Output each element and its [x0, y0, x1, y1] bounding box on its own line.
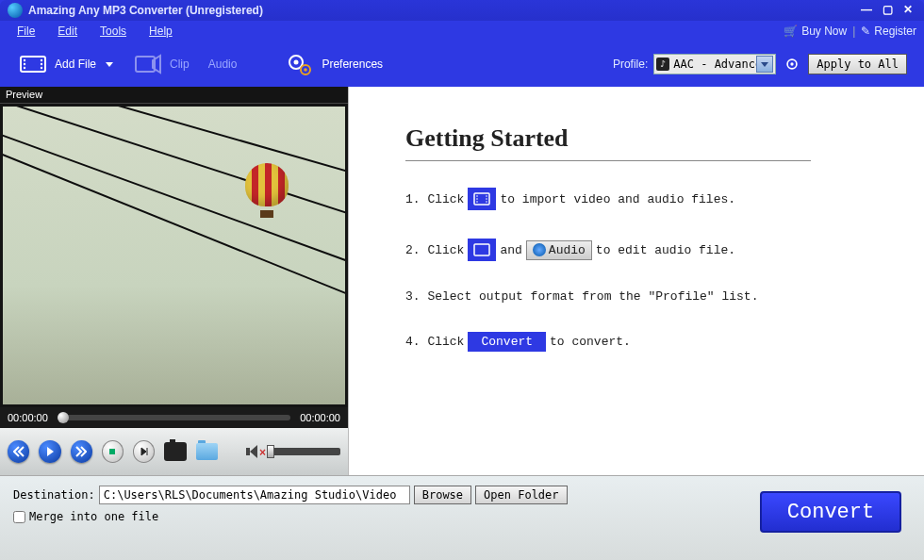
step1-text-b: to import video and audio files.: [500, 192, 735, 206]
scissors-icon: [132, 51, 164, 77]
chevron-down-icon: [106, 62, 113, 67]
play-button[interactable]: [39, 440, 60, 463]
convert-button[interactable]: Convert: [760, 491, 901, 533]
svg-point-1: [24, 59, 25, 61]
svg-point-2: [24, 63, 25, 65]
svg-rect-14: [109, 449, 115, 454]
titlebar: Amazing Any MP3 Converter (Unregistered)…: [0, 0, 924, 21]
profile-value: AAC - Advanced: [673, 58, 756, 71]
gear-icon: [284, 51, 316, 77]
register-link[interactable]: ✎ Register: [861, 25, 916, 38]
film-icon: [17, 51, 49, 77]
divider: [405, 160, 811, 161]
clip-button: Clip: [132, 51, 190, 77]
prev-button[interactable]: [8, 440, 29, 463]
volume-slider[interactable]: [267, 448, 340, 455]
snapshot-button[interactable]: [164, 442, 186, 461]
profile-label: Profile:: [613, 58, 648, 71]
preview-image: [3, 107, 345, 404]
mute-icon[interactable]: ×: [246, 444, 261, 459]
audio-chip: Audio: [526, 240, 592, 260]
audio-icon: [533, 243, 546, 256]
svg-point-4: [41, 59, 42, 61]
register-label: Register: [874, 25, 916, 38]
step-4: 4. Click Convert to convert.: [405, 332, 877, 352]
next-button[interactable]: [71, 440, 92, 463]
svg-point-20: [487, 198, 488, 200]
buy-now-link[interactable]: 🛒 Buy Now: [784, 25, 847, 38]
merge-checkbox-row[interactable]: Merge into one file: [13, 510, 568, 523]
close-button[interactable]: ✕: [899, 4, 916, 17]
content-area: Preview 00:00:00 00:00:00: [0, 87, 924, 475]
preview-panel: Preview 00:00:00 00:00:00: [0, 87, 349, 475]
volume-control: ×: [246, 444, 340, 459]
window-title: Amazing Any MP3 Converter (Unregistered): [28, 4, 854, 17]
destination-input[interactable]: [99, 486, 410, 504]
svg-point-11: [305, 68, 308, 72]
svg-rect-22: [474, 244, 489, 255]
app-window: Amazing Any MP3 Converter (Unregistered)…: [0, 0, 924, 560]
svg-point-3: [24, 67, 25, 69]
step-button[interactable]: [133, 440, 155, 463]
apply-to-all-button[interactable]: Apply to All: [808, 54, 907, 74]
step1-text-a: 1. Click: [405, 192, 464, 206]
browse-button[interactable]: Browse: [414, 486, 471, 504]
menubar: File Edit Tools Help 🛒 Buy Now | ✎ Regis…: [0, 21, 924, 41]
svg-point-9: [294, 60, 299, 65]
film-icon: [468, 188, 496, 210]
separator: |: [852, 25, 855, 38]
time-start: 00:00:00: [8, 412, 48, 423]
step3-text: 3. Select output format from the "Profil…: [405, 289, 758, 304]
menu-tools[interactable]: Tools: [91, 23, 136, 40]
profile-settings-button[interactable]: [782, 54, 802, 74]
playback-controls: ×: [0, 428, 348, 475]
menu-edit[interactable]: Edit: [48, 23, 87, 40]
open-folder-button[interactable]: Open Folder: [475, 486, 567, 504]
open-snapshot-folder-button[interactable]: [196, 443, 218, 460]
step-2: 2. Click and Audio to edit audio file.: [405, 239, 877, 261]
svg-point-16: [477, 195, 479, 197]
step2-text-b: and: [500, 243, 521, 257]
menu-file[interactable]: File: [8, 23, 44, 40]
destination-row: Destination: Browse Open Folder: [13, 486, 568, 504]
merge-checkbox[interactable]: [13, 511, 25, 523]
menu-help[interactable]: Help: [140, 23, 182, 40]
svg-point-6: [41, 67, 42, 69]
step-3: 3. Select output format from the "Profil…: [405, 289, 877, 304]
svg-point-18: [477, 201, 479, 203]
step4-text-b: to convert.: [550, 335, 631, 349]
balloon-graphic: [245, 163, 289, 216]
profile-select[interactable]: ♪ AAC - Advanced: [653, 54, 776, 74]
audio-chip-label: Audio: [549, 243, 586, 257]
convert-chip: Convert: [468, 332, 546, 352]
stop-button[interactable]: [102, 440, 124, 463]
clip-label: Clip: [170, 58, 190, 71]
panel-title: Getting Started: [405, 124, 877, 153]
step2-text-a: 2. Click: [405, 243, 464, 257]
step2-text-c: to edit audio file.: [596, 243, 735, 257]
cart-icon: 🛒: [784, 25, 798, 38]
destination-label: Destination:: [13, 488, 95, 502]
svg-point-5: [41, 63, 42, 65]
time-end: 00:00:00: [300, 412, 340, 423]
minimize-button[interactable]: —: [858, 4, 875, 17]
note-icon: ♪: [656, 58, 669, 71]
timeline: 00:00:00 00:00:00: [0, 407, 348, 428]
add-file-button[interactable]: Add File: [17, 51, 113, 77]
preview-title: Preview: [0, 87, 348, 104]
svg-point-17: [477, 198, 479, 200]
audio-label: Audio: [208, 58, 238, 71]
preferences-label: Preferences: [322, 58, 383, 71]
film-icon: [468, 239, 496, 261]
step-1: 1. Click to import video and audio files…: [405, 188, 877, 210]
preferences-button[interactable]: Preferences: [284, 51, 383, 77]
svg-point-19: [487, 195, 488, 197]
svg-point-21: [487, 201, 488, 203]
seek-slider[interactable]: [58, 415, 290, 420]
chevron-down-icon: [756, 56, 773, 73]
maximize-button[interactable]: ▢: [879, 4, 896, 17]
buy-now-label: Buy Now: [801, 25, 847, 38]
svg-point-13: [791, 62, 794, 65]
pen-icon: ✎: [861, 25, 870, 38]
toolbar: Add File Clip Audio Preferences Profile:: [0, 41, 924, 87]
